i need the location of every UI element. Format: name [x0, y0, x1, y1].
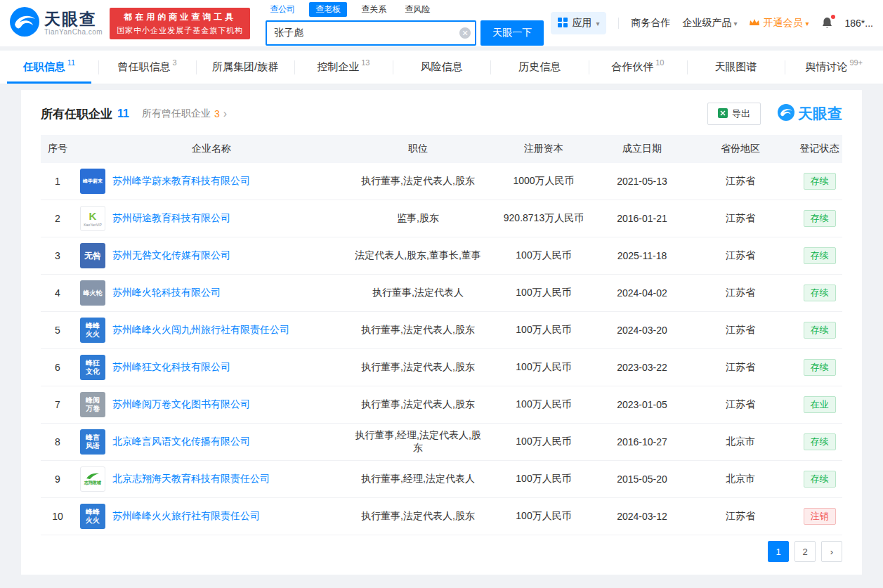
- search-tab[interactable]: 查风险: [400, 2, 434, 17]
- company-cell: 峰狂文化苏州峰狂文化科技有限公司: [74, 349, 348, 386]
- company-link[interactable]: 苏州峰狂文化科技有限公司: [112, 361, 230, 374]
- nav-tab-count: 13: [361, 58, 369, 67]
- status-badge: 存续: [804, 173, 836, 190]
- row-index: 9: [41, 461, 74, 498]
- company-link[interactable]: 苏州峰阅万卷文化图书有限公司: [112, 398, 250, 411]
- nav-tab-label: 所属集团/族群: [212, 60, 278, 74]
- nav-tab[interactable]: 风险信息: [393, 51, 491, 84]
- nav-tab[interactable]: 合作伙伴10: [589, 51, 687, 84]
- clear-icon[interactable]: ✕: [459, 27, 471, 39]
- brand-logo[interactable]: 天眼查 TianYanCha.com: [10, 7, 103, 39]
- business-coop-link[interactable]: 商务合作: [631, 17, 670, 30]
- pagination-next[interactable]: ›: [821, 541, 842, 562]
- nav-tab[interactable]: 控制企业13: [294, 51, 393, 84]
- content-card: 所有任职企业 11 所有曾任职企业 3 › 导出: [21, 90, 862, 575]
- pagination-page[interactable]: 2: [794, 541, 816, 562]
- chevron-right-icon: ›: [223, 108, 227, 119]
- tianyancha-logo-icon: [10, 7, 39, 39]
- search-tab[interactable]: 查公司: [266, 2, 299, 17]
- row-index: 6: [41, 349, 74, 386]
- table-row: 4峰火轮苏州峰火轮科技有限公司执行董事,法定代表人100万人民币2024-04-…: [41, 275, 842, 312]
- nav-tab[interactable]: 舆情讨论99+: [785, 51, 883, 84]
- status-cell: 存续: [797, 349, 842, 386]
- user-account[interactable]: 186*...: [845, 18, 873, 29]
- search-tab[interactable]: 查关系: [357, 2, 391, 17]
- company-cell: 峰火轮苏州峰火轮科技有限公司: [74, 275, 348, 312]
- position-cell: 执行董事,法定代表人,股东: [348, 349, 488, 386]
- nav-tab-label: 天眼图谱: [715, 60, 757, 74]
- position-cell: 执行董事,法定代表人: [348, 275, 488, 312]
- position-cell: 执行董事,经理,法定代表人: [348, 461, 488, 498]
- section-title-count: 11: [117, 107, 129, 120]
- top-header: 天眼查 TianYanCha.com 都在用的商业查询工具 国家中小企业发展子基…: [0, 0, 883, 46]
- company-link[interactable]: 苏州峰峰火火闯九州旅行社有限责任公司: [112, 324, 289, 337]
- column-header: 企业名称: [74, 135, 348, 163]
- status-cell: 存续: [797, 312, 842, 349]
- nav-tab[interactable]: 曾任职信息3: [98, 51, 197, 84]
- registered-capital-cell: 100万人民币: [488, 424, 600, 461]
- company-link[interactable]: 苏州研途教育科技有限公司: [112, 212, 230, 225]
- company-link[interactable]: 苏州峰学蔚来教育科技有限公司: [112, 175, 250, 188]
- company-cell: 志翔教辅北京志翔海天教育科技有限责任公司: [74, 461, 348, 498]
- export-button[interactable]: 导出: [707, 103, 761, 125]
- vip-label: 开通会员: [763, 17, 802, 30]
- nav-tab-count: 3: [172, 58, 176, 67]
- status-badge: 存续: [804, 210, 836, 228]
- nav-tab-count: 99+: [849, 58, 863, 67]
- registered-capital-cell: 100万人民币: [488, 386, 600, 424]
- slogan-line2: 国家中小企业发展子基金旗下机构: [117, 25, 243, 36]
- company-link[interactable]: 苏州峰峰火火旅行社有限责任公司: [112, 510, 260, 523]
- position-cell: 监事,股东: [348, 200, 488, 237]
- status-badge: 存续: [804, 285, 836, 302]
- notification-bell-icon[interactable]: [821, 17, 833, 30]
- status-cell: 存续: [797, 163, 842, 200]
- table-row: 6峰狂文化苏州峰狂文化科技有限公司执行董事,法定代表人,股东100万人民币202…: [41, 349, 842, 386]
- position-cell: 法定代表人,股东,董事长,董事: [348, 237, 488, 275]
- company-logo: 峰学蔚来: [80, 169, 105, 194]
- founded-date-cell: 2023-01-05: [600, 386, 684, 424]
- company-link[interactable]: 北京志翔海天教育科技有限责任公司: [112, 473, 270, 485]
- enterprise-product-link[interactable]: 企业级产品 ▾: [682, 17, 737, 30]
- company-link[interactable]: 北京峰言风语文化传播有限公司: [112, 436, 250, 448]
- nav-tab[interactable]: 历史信息: [490, 51, 589, 84]
- divider: [618, 18, 619, 29]
- row-index: 10: [41, 498, 74, 535]
- search-tab[interactable]: 查老板: [309, 2, 347, 17]
- row-index: 8: [41, 424, 74, 461]
- province-cell: 江苏省: [684, 200, 797, 237]
- province-cell: 江苏省: [684, 349, 797, 386]
- enterprise-product-label: 企业级产品: [682, 17, 731, 30]
- company-cell: 峰峰火火苏州峰峰火火闯九州旅行社有限责任公司: [74, 312, 348, 349]
- table-row: 10峰峰火火苏州峰峰火火旅行社有限责任公司执行董事,法定代表人,股东100万人民…: [41, 498, 842, 535]
- former-positions-count: 3: [214, 108, 220, 119]
- chevron-down-icon: ▾: [733, 20, 737, 27]
- table-header-row: 序号企业名称职位注册资本成立日期省份地区登记状态: [41, 135, 842, 163]
- company-link[interactable]: 苏州峰火轮科技有限公司: [112, 287, 221, 299]
- nav-tab[interactable]: 天眼图谱: [687, 51, 785, 84]
- registered-capital-cell: 100万人民币: [488, 312, 600, 349]
- search-input[interactable]: [266, 20, 476, 46]
- status-badge: 存续: [804, 471, 836, 488]
- company-cell: 峰学蔚来苏州峰学蔚来教育科技有限公司: [74, 163, 348, 200]
- nav-tab[interactable]: 任职信息11: [0, 51, 98, 84]
- position-cell: 执行董事,法定代表人,股东: [348, 163, 488, 200]
- company-logo: 峰火轮: [80, 280, 105, 306]
- position-cell: 执行董事,法定代表人,股东: [348, 312, 488, 349]
- pagination-page[interactable]: 1: [768, 541, 789, 562]
- tianyancha-watermark: 天眼查: [778, 104, 842, 124]
- table-row: 5峰峰火火苏州峰峰火火闯九州旅行社有限责任公司执行董事,法定代表人,股东100万…: [41, 312, 842, 349]
- registered-capital-cell: 100万人民币: [488, 461, 600, 498]
- company-cell: 无咎苏州无咎文化传媒有限公司: [74, 237, 348, 275]
- nav-tab[interactable]: 所属集团/族群: [196, 51, 294, 84]
- row-index: 7: [41, 386, 74, 424]
- vip-upgrade-link[interactable]: 开通会员 ▾: [749, 17, 809, 30]
- company-link[interactable]: 苏州无咎文化传媒有限公司: [112, 249, 230, 262]
- crown-icon: [749, 18, 760, 29]
- registered-capital-cell: 100万人民币: [488, 237, 600, 275]
- search-button[interactable]: 天眼一下: [480, 20, 544, 46]
- tianyancha-watermark-icon: [778, 104, 794, 124]
- former-positions-link[interactable]: 所有曾任职企业 3 ›: [142, 107, 227, 120]
- page: 天眼查 TianYanCha.com 都在用的商业查询工具 国家中小企业发展子基…: [0, 0, 883, 588]
- apps-menu[interactable]: 应用 ▾: [551, 12, 606, 34]
- founded-date-cell: 2023-03-22: [600, 349, 684, 386]
